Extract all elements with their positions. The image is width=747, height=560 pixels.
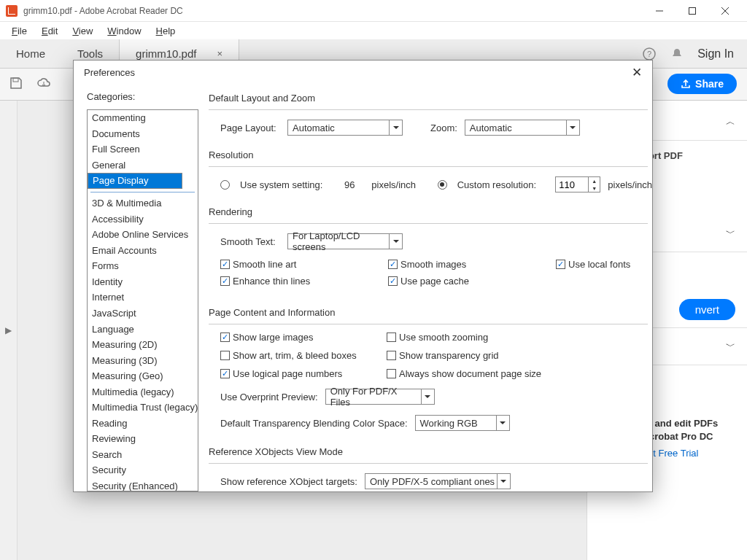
custom-resolution-input[interactable]: ▲▼	[555, 176, 600, 192]
xobject-targets-select[interactable]: Only PDF/X-5 compliant ones	[365, 473, 511, 489]
group-resolution-heading: Resolution	[209, 148, 648, 167]
smooth-images-checkbox[interactable]: Smooth images	[388, 259, 512, 270]
overprint-select[interactable]: Only For PDF/X Files	[325, 389, 435, 405]
xobject-targets-label: Show reference XObject targets:	[220, 476, 357, 487]
smooth-line-art-checkbox[interactable]: Smooth line art	[220, 259, 344, 270]
svg-rect-1	[689, 7, 695, 14]
menu-edit[interactable]: Edit	[36, 24, 63, 38]
category-item[interactable]: Identity	[88, 274, 198, 290]
menu-help[interactable]: Help	[150, 24, 182, 38]
category-item[interactable]: Measuring (2D)	[88, 337, 198, 353]
menu-file[interactable]: File	[6, 24, 33, 38]
smooth-text-select[interactable]: For Laptop/LCD screens	[287, 233, 403, 249]
show-boxes-checkbox[interactable]: Show art, trim, & bleed boxes	[220, 350, 381, 361]
category-item[interactable]: Adobe Online Services	[88, 227, 198, 243]
category-item[interactable]: Documents	[88, 126, 198, 142]
sign-in-link[interactable]: Sign In	[697, 47, 734, 61]
help-icon[interactable]: ?	[642, 47, 657, 61]
use-smooth-zooming-checkbox[interactable]: Use smooth zooming	[387, 332, 576, 343]
preferences-dialog: Preferences ✕ Categories: CommentingDocu…	[73, 60, 653, 492]
category-item[interactable]: 3D & Multimedia	[88, 195, 198, 211]
menu-view[interactable]: View	[66, 24, 98, 38]
window-title: grimm10.pdf - Adobe Acrobat Reader DC	[23, 6, 183, 16]
category-item[interactable]: General	[88, 158, 198, 174]
categories-list[interactable]: CommentingDocumentsFull ScreenGeneralPag…	[87, 109, 198, 491]
category-item[interactable]: Internet	[88, 289, 198, 306]
save-icon[interactable]	[9, 76, 23, 93]
menu-bar: File Edit View Window Help	[0, 22, 747, 39]
system-setting-label: Use system setting:	[240, 179, 322, 190]
use-page-cache-checkbox[interactable]: Use page cache	[388, 276, 512, 287]
chevron-right-icon: ▶	[5, 325, 12, 335]
show-page-size-checkbox[interactable]: Always show document page size	[387, 368, 576, 379]
category-item[interactable]: Forms	[88, 258, 198, 274]
categories-label: Categories:	[87, 91, 198, 102]
category-item[interactable]: Page Display	[88, 173, 182, 189]
blending-label: Default Transparency Blending Color Spac…	[220, 418, 408, 429]
enhance-thin-lines-checkbox[interactable]: Enhance thin lines	[220, 276, 344, 287]
system-setting-value: 96	[344, 179, 355, 190]
page-layout-label: Page Layout:	[220, 122, 280, 133]
category-item[interactable]: Email Accounts	[88, 243, 198, 259]
category-item[interactable]: Measuring (Geo)	[88, 368, 198, 384]
smooth-text-label: Smooth Text:	[220, 236, 280, 247]
category-item[interactable]: Reviewing	[88, 431, 198, 447]
page-layout-select[interactable]: Automatic	[287, 120, 403, 136]
zoom-select[interactable]: Automatic	[465, 120, 580, 136]
category-item[interactable]: Measuring (3D)	[88, 353, 198, 369]
chevron-down-icon[interactable]: ﹀	[726, 227, 735, 240]
overprint-label: Use Overprint Preview:	[220, 392, 318, 402]
category-item[interactable]: Language	[88, 322, 198, 338]
category-item[interactable]: Search	[88, 447, 198, 463]
close-button[interactable]	[708, 1, 741, 21]
logical-page-numbers-checkbox[interactable]: Use logical page numbers	[220, 368, 381, 379]
minimize-button[interactable]	[643, 1, 676, 21]
show-transparency-grid-checkbox[interactable]: Show transparency grid	[387, 350, 576, 361]
group-layout-heading: Default Layout and Zoom	[209, 91, 648, 110]
custom-resolution-label: Custom resolution:	[457, 179, 536, 190]
category-item[interactable]: Commenting	[88, 110, 198, 126]
tab-close-icon[interactable]: ×	[217, 48, 222, 59]
bell-icon[interactable]	[670, 47, 684, 61]
show-large-images-checkbox[interactable]: Show large images	[220, 332, 381, 343]
dialog-title: Preferences	[84, 67, 135, 78]
category-item[interactable]: Multimedia (legacy)	[88, 384, 198, 400]
category-item[interactable]: Multimedia Trust (legacy)	[88, 400, 198, 416]
chevron-up-icon[interactable]: ︿	[726, 115, 735, 128]
custom-resolution-unit: pixels/inch	[608, 179, 652, 190]
group-xobjects-heading: Reference XObjects View Mode	[209, 445, 648, 464]
category-item[interactable]: Full Screen	[88, 141, 198, 158]
share-label: Share	[695, 78, 724, 90]
system-setting-radio[interactable]	[220, 180, 230, 190]
title-bar: grimm10.pdf - Adobe Acrobat Reader DC	[0, 0, 747, 22]
tab-document-label: grimm10.pdf	[136, 47, 196, 60]
zoom-label: Zoom:	[430, 122, 457, 133]
menu-window[interactable]: Window	[101, 24, 147, 38]
category-item[interactable]: Accessibility	[88, 211, 198, 228]
system-setting-unit: pixels/inch	[371, 179, 416, 190]
group-rendering-heading: Rendering	[209, 205, 648, 224]
group-pagecontent-heading: Page Content and Information	[209, 306, 648, 324]
left-rail[interactable]: ▶	[0, 101, 18, 560]
cloud-icon[interactable]	[36, 76, 51, 93]
custom-resolution-radio[interactable]	[438, 180, 447, 190]
dialog-close-icon[interactable]: ✕	[632, 65, 642, 80]
app-icon	[6, 5, 18, 17]
category-item[interactable]: Security	[88, 462, 198, 478]
tab-home[interactable]: Home	[0, 39, 61, 68]
category-item[interactable]: Reading	[88, 416, 198, 432]
blending-select[interactable]: Working RGB	[415, 415, 510, 431]
category-item[interactable]: Security (Enhanced)	[88, 478, 198, 491]
svg-text:?: ?	[647, 50, 651, 58]
convert-button[interactable]: nvert	[679, 299, 735, 320]
chevron-down-icon[interactable]: ﹀	[726, 340, 735, 353]
use-local-fonts-checkbox[interactable]: Use local fonts	[556, 259, 652, 270]
category-item[interactable]: JavaScript	[88, 306, 198, 322]
share-button[interactable]: Share	[667, 74, 737, 94]
maximize-button[interactable]	[676, 1, 708, 21]
